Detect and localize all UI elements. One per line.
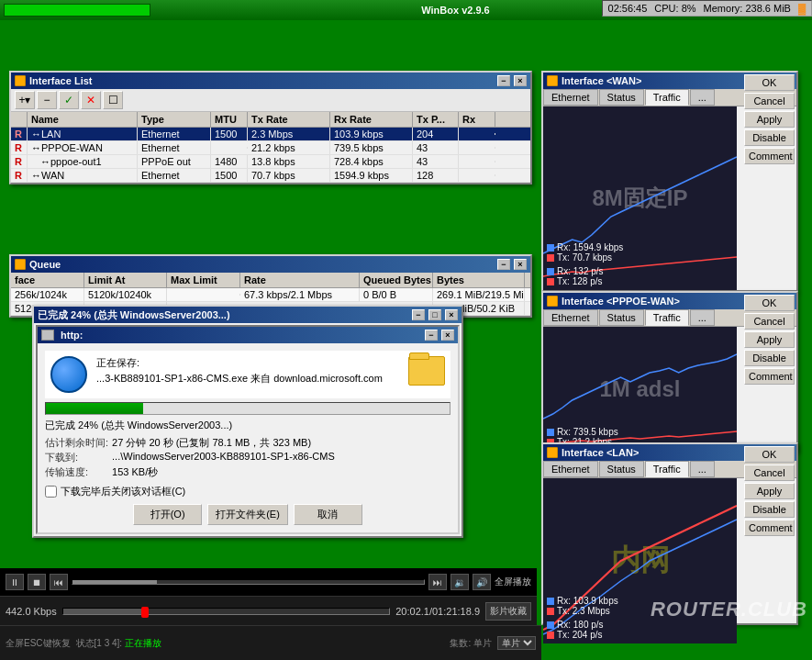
iface-pppoe-window: Interface <PPPOE-WAN> × Ethernet Status … — [541, 291, 798, 453]
iface-wan-tx-label: Tx: 70.7 kbps — [557, 252, 612, 263]
iface-pppoe-tab-ethernet[interactable]: Ethernet — [543, 309, 598, 326]
download-min-btn[interactable]: − — [412, 309, 425, 320]
http-title-bar[interactable]: http: − × — [38, 327, 458, 343]
iface-lan-tab-traffic[interactable]: Traffic — [645, 461, 689, 477]
row-name: ↔PPPOE-WAN — [28, 141, 138, 154]
bottom-bar: 全屏ESC键恢复 状态[1 3 4]: 正在播放 集数: 单片 单片 — [0, 625, 541, 660]
download-content: 正在保存: ...3-KB889101-SP1-x86-CMS.exe 来自 d… — [38, 343, 458, 532]
iface-lan-disable-btn[interactable]: Disable — [744, 501, 795, 518]
iface-wan-tab-status[interactable]: Status — [599, 89, 644, 106]
iface-lan-apply-btn[interactable]: Apply — [744, 483, 795, 499]
iface-wan-cancel-btn[interactable]: Cancel — [744, 93, 795, 109]
queue-row[interactable]: 256k/1024k 5120k/10240k 67.3 kbps/2.1 Mb… — [11, 288, 530, 302]
iface-wan-tab-ethernet[interactable]: Ethernet — [543, 89, 598, 106]
download-close-btn[interactable]: × — [445, 309, 458, 320]
queue-title-text: Queue — [29, 259, 494, 270]
fullscreen-btn[interactable]: 全屏播放 — [495, 576, 531, 588]
vol-up-btn[interactable]: 🔊 — [473, 574, 491, 590]
iface-lan-comment-btn[interactable]: Comment — [744, 520, 795, 536]
prev-btn[interactable]: ⏮ — [50, 574, 68, 590]
queue-col-rate: Rate — [240, 273, 360, 287]
iface-pppoe-disable-btn[interactable]: Disable — [744, 350, 795, 366]
iface-lan-ok-btn[interactable]: OK — [744, 446, 795, 463]
queue-td-max — [167, 294, 240, 296]
iface-pppoe-tab-status[interactable]: Status — [599, 309, 644, 326]
iface-lan-buttons: OK Cancel Apply Disable Comment — [742, 444, 796, 538]
close-checkbox[interactable] — [45, 486, 57, 498]
col-tx-p: Tx P... — [413, 112, 459, 127]
row-mtu — [211, 147, 248, 149]
table-row[interactable]: R ↔PPPOE-WAN Ethernet 21.2 kbps 739.5 kb… — [11, 141, 530, 155]
iface-pppoe-comment-btn[interactable]: Comment — [744, 368, 795, 385]
col-rx: Rx — [459, 112, 495, 127]
iface-lan-tab-more[interactable]: ... — [690, 461, 715, 477]
table-row[interactable]: R ↔pppoe-out1 PPPoE out 1480 13.8 kbps 7… — [11, 155, 530, 169]
media-progress-bar[interactable] — [62, 608, 391, 615]
download-header: 正在保存: ...3-KB889101-SP1-x86-CMS.exe 来自 d… — [45, 351, 450, 398]
iface-wan-ok-btn[interactable]: OK — [744, 74, 795, 91]
row-type: Ethernet — [138, 141, 211, 154]
iface-wan-legend: Rx: 1594.9 kbps Tx: 70.7 kbps Rx: 132 p/… — [547, 242, 623, 286]
iface-lan-cancel-btn[interactable]: Cancel — [744, 464, 795, 481]
queue-min-btn[interactable]: − — [497, 259, 510, 270]
download-max-btn[interactable]: □ — [428, 309, 441, 320]
open-btn[interactable]: 打开(O) — [133, 504, 202, 525]
row-tx-rate: 70.7 kbps — [248, 169, 330, 182]
toolbar-cross-btn[interactable]: ✕ — [81, 91, 101, 109]
iface-pppoe-graph: 1M adsl Rx: 739.5 kbps Tx: 21.2 kbps — [543, 327, 737, 451]
toolbar-remove-btn[interactable]: − — [37, 91, 57, 109]
iface-wan-tab-traffic[interactable]: Traffic — [645, 89, 689, 106]
row-tx-p: 43 — [413, 155, 459, 168]
favorite-btn[interactable]: 影片收藏 — [485, 602, 531, 621]
queue-td-queued: 0 B/0 B — [360, 288, 433, 301]
queue-title-bar[interactable]: Queue − × — [11, 256, 530, 273]
cancel-btn[interactable]: 取消 — [294, 504, 362, 525]
seek-bar[interactable] — [72, 579, 425, 585]
play-btn[interactable]: ⏸ — [6, 574, 24, 590]
status-time: 02:56:45 — [608, 3, 648, 14]
queue-td-bytes: 269.1 MiB/219.5 MiB — [433, 288, 525, 301]
media-progress-handle[interactable] — [141, 607, 149, 618]
iface-lan-tab-status[interactable]: Status — [599, 461, 644, 477]
iface-wan-graph: 8M固定IP Rx: 1594.9 kbps Tx: 70.7 kbps — [543, 106, 737, 290]
iface-lan-tab-ethernet[interactable]: Ethernet — [543, 461, 598, 477]
interface-list-close-btn[interactable]: × — [514, 75, 527, 86]
title-bar-title: WinBox v2.9.6 — [421, 5, 489, 16]
next-btn[interactable]: ⏭ — [428, 574, 447, 590]
iface-pppoe-tab-more[interactable]: ... — [690, 309, 715, 326]
saving-label: 正在保存: — [96, 356, 399, 370]
stop-btn[interactable]: ⏹ — [28, 574, 46, 590]
row-flag: R — [11, 169, 28, 182]
table-row[interactable]: R ↔WAN Ethernet 1500 70.7 kbps 1594.9 kb… — [11, 169, 530, 183]
checkbox-row[interactable]: 下载完毕后关闭该对话框(C) — [45, 485, 450, 498]
row-name: ↔pppoe-out1 — [28, 155, 138, 168]
vol-down-btn[interactable]: 🔉 — [450, 574, 469, 590]
toolbar-add-btn[interactable]: +▾ — [15, 91, 35, 109]
iface-wan-rx2-label: Rx: 132 p/s — [557, 266, 604, 276]
iface-wan-disable-btn[interactable]: Disable — [744, 129, 795, 146]
http-close-btn[interactable]: × — [441, 330, 454, 341]
count-select[interactable]: 单片 — [497, 636, 536, 650]
interface-list-toolbar: +▾ − ✓ ✕ ☐ — [11, 89, 530, 112]
interface-list-title-bar[interactable]: Interface List − × — [11, 73, 530, 89]
table-row[interactable]: R ↔LAN Ethernet 1500 2.3 Mbps 103.9 kbps… — [11, 128, 530, 141]
iface-pppoe-tab-traffic[interactable]: Traffic — [645, 309, 689, 326]
iface-wan-tab-more[interactable]: ... — [690, 89, 715, 106]
row-name: ↔WAN — [28, 169, 138, 182]
queue-close-btn[interactable]: × — [514, 259, 527, 270]
iface-wan-comment-btn[interactable]: Comment — [744, 148, 795, 164]
http-min-btn[interactable]: − — [425, 330, 438, 341]
iface-pppoe-cancel-btn[interactable]: Cancel — [744, 313, 795, 330]
interface-list-min-btn[interactable]: − — [497, 75, 510, 86]
iface-wan-apply-btn[interactable]: Apply — [744, 111, 795, 128]
status-icon: ▓ — [798, 3, 806, 14]
iface-pppoe-buttons: OK Cancel Apply Disable Comment — [742, 293, 796, 386]
iface-pppoe-ok-btn[interactable]: OK — [744, 295, 795, 311]
download-title-bar[interactable]: 已完成 24% (总共 WindowsServer2003...) − □ × — [34, 307, 462, 323]
toolbar-check-btn[interactable]: ✓ — [59, 91, 79, 109]
count-label: 集数: 单片 — [450, 637, 492, 650]
open-folder-btn[interactable]: 打开文件夹(E) — [207, 504, 288, 525]
toolbar-page-btn[interactable]: ☐ — [103, 91, 123, 109]
table-header: Name Type MTU Tx Rate Rx Rate Tx P... Rx — [11, 112, 530, 128]
iface-pppoe-apply-btn[interactable]: Apply — [744, 331, 795, 348]
